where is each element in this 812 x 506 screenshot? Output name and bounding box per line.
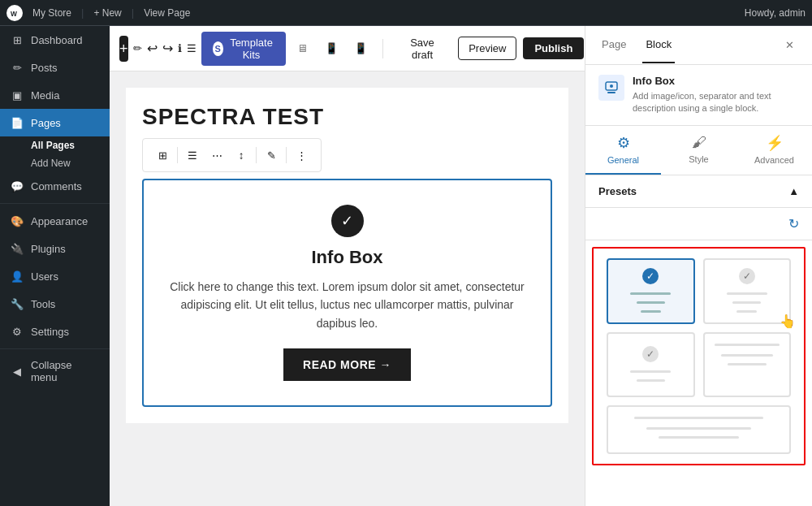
template-kits-button[interactable]: S Template Kits: [201, 32, 287, 66]
block-text-icon[interactable]: ☰: [181, 144, 204, 167]
sidebar-item-posts[interactable]: ✏ Posts: [0, 54, 110, 81]
refresh-presets-button[interactable]: ↻: [788, 216, 799, 231]
undo-button[interactable]: ↩: [147, 36, 158, 62]
preset-2-line1: [727, 292, 767, 295]
sep2: |: [132, 6, 134, 19]
info-box-title[interactable]: Info Box: [160, 247, 534, 268]
panel-close-button[interactable]: ✕: [780, 36, 799, 55]
tools-button[interactable]: ✏: [133, 36, 142, 62]
preset-1-line1: [630, 292, 671, 295]
presets-label: Presets: [598, 185, 637, 197]
page-title-area: SPECTRA TEST: [126, 88, 568, 138]
preview-button[interactable]: Preview: [458, 37, 516, 60]
page-title[interactable]: SPECTRA TEST: [142, 104, 552, 130]
preset-card-5[interactable]: [607, 405, 791, 454]
sub-tab-style[interactable]: 🖌 Style: [661, 126, 736, 175]
sidebar-label-pages: Pages: [31, 117, 61, 129]
preset-1-line2: [637, 301, 665, 304]
preset-3-check: ✓: [642, 346, 659, 362]
dashboard-icon: ⊞: [10, 32, 24, 47]
sidebar-label-users: Users: [31, 270, 58, 283]
posts-icon: ✏: [10, 60, 24, 75]
preset-card-4[interactable]: [703, 332, 792, 397]
block-pen-icon[interactable]: ✎: [260, 144, 283, 167]
info-box-cta-button[interactable]: READ MORE →: [283, 348, 411, 381]
sidebar-collapse[interactable]: ◀ Collapse menu: [0, 352, 110, 390]
mobile-view-button[interactable]: 📱: [350, 36, 373, 62]
panel-header: Page Block ✕: [585, 26, 812, 65]
tablet-view-button[interactable]: 📱: [321, 36, 343, 62]
sidebar-item-pages[interactable]: 📄 Pages: [0, 109, 110, 136]
undo-icon: ↩: [147, 41, 158, 56]
sidebar-label-dashboard: Dashboard: [31, 34, 83, 46]
block-dots-icon[interactable]: ⋯: [205, 144, 228, 167]
sidebar-label-comments: Comments: [31, 180, 82, 192]
mobile-icon: 📱: [354, 42, 368, 54]
redo-button[interactable]: ↪: [162, 36, 173, 62]
sidebar-separator: [0, 203, 110, 204]
block-info-text: Info Box Add image/icon, separator and t…: [633, 75, 799, 115]
info-button[interactable]: ℹ: [178, 36, 182, 62]
sidebar-item-settings[interactable]: ⚙ Settings: [0, 318, 110, 345]
info-box-check-icon: ✓: [331, 205, 364, 237]
preset-grid: ✓ ✓ ✓: [592, 247, 806, 465]
style-tab-icon: 🖌: [692, 134, 706, 151]
block-toolbar-sep2: [256, 147, 257, 163]
preset-card-2[interactable]: ✓: [703, 258, 792, 324]
preset-card-1[interactable]: ✓: [607, 258, 695, 324]
sidebar-sub-add-new[interactable]: Add New: [0, 154, 110, 172]
collapse-icon: ◀: [10, 364, 24, 378]
preset-4-line3: [728, 363, 767, 365]
sidebar-label-tools: Tools: [31, 298, 55, 310]
new-item[interactable]: + New: [93, 7, 121, 19]
sub-tab-advanced[interactable]: ⚡ Advanced: [736, 126, 812, 175]
preset-2-line2: [732, 301, 761, 304]
sidebar-collapse-label: Collapse menu: [31, 359, 100, 383]
preset-card-3[interactable]: ✓: [607, 332, 695, 397]
preset-5-line3: [659, 436, 740, 439]
save-draft-button[interactable]: Save draft: [393, 32, 451, 66]
desktop-view-button[interactable]: 🖥: [291, 36, 313, 62]
site-name[interactable]: My Store: [32, 7, 71, 19]
block-grid-icon[interactable]: ⊞: [151, 144, 174, 167]
publish-button[interactable]: Publish: [523, 37, 584, 59]
info-box-block[interactable]: ✓ Info Box Click here to change this tex…: [142, 179, 552, 407]
pages-icon: 📄: [10, 115, 24, 130]
preset-1-check: ✓: [642, 268, 659, 284]
block-arrows-icon[interactable]: ↕: [230, 144, 253, 167]
add-block-button[interactable]: +: [119, 36, 128, 62]
sidebar-item-plugins[interactable]: 🔌 Plugins: [0, 235, 110, 262]
svg-point-4: [610, 84, 613, 88]
tab-page[interactable]: Page: [598, 27, 629, 63]
presets-header[interactable]: Presets ▲: [585, 175, 812, 208]
list-icon: ☰: [187, 42, 197, 54]
info-box-body[interactable]: Click here to change this text. Lorem ip…: [160, 278, 534, 332]
sidebar-item-media[interactable]: ▣ Media: [0, 81, 110, 109]
sidebar-item-tools[interactable]: 🔧 Tools: [0, 290, 110, 318]
editor-area: + ✏ ↩ ↪ ℹ ☰ S Template Kits: [110, 26, 585, 506]
toolbar-right: 🖥 📱 📱 Save draft Preview Publish ⚙ A ⋮: [291, 32, 585, 66]
sidebar-item-appearance[interactable]: 🎨 Appearance: [0, 207, 110, 235]
block-toolbar-sep3: [286, 147, 287, 163]
sidebar-item-users[interactable]: 👤 Users: [0, 262, 110, 290]
sidebar-item-comments[interactable]: 💬 Comments: [0, 172, 110, 200]
preset-2-check: ✓: [739, 268, 755, 284]
svg-text:W: W: [11, 9, 17, 17]
block-more-icon[interactable]: ⋮: [290, 144, 313, 167]
template-kits-label: Template Kits: [228, 37, 274, 61]
sidebar-label-plugins: Plugins: [31, 243, 66, 255]
sidebar-sub-all-pages[interactable]: All Pages: [0, 136, 110, 154]
select-preset-label: Select Preset: [598, 218, 661, 230]
preset-4-line1: [715, 344, 780, 346]
tab-block[interactable]: Block: [642, 27, 675, 63]
wp-logo[interactable]: W: [6, 5, 23, 21]
list-view-button[interactable]: ☰: [187, 36, 197, 62]
view-page[interactable]: View Page: [144, 7, 190, 19]
sidebar-item-dashboard[interactable]: ⊞ Dashboard: [0, 26, 110, 54]
sidebar-sep2: [0, 348, 110, 349]
sub-tab-general[interactable]: ⚙ General: [585, 126, 661, 175]
redo-icon: ↪: [162, 41, 173, 56]
preset-5-line2: [646, 427, 751, 430]
plus-icon: +: [119, 41, 128, 56]
tablet-icon: 📱: [325, 42, 339, 54]
